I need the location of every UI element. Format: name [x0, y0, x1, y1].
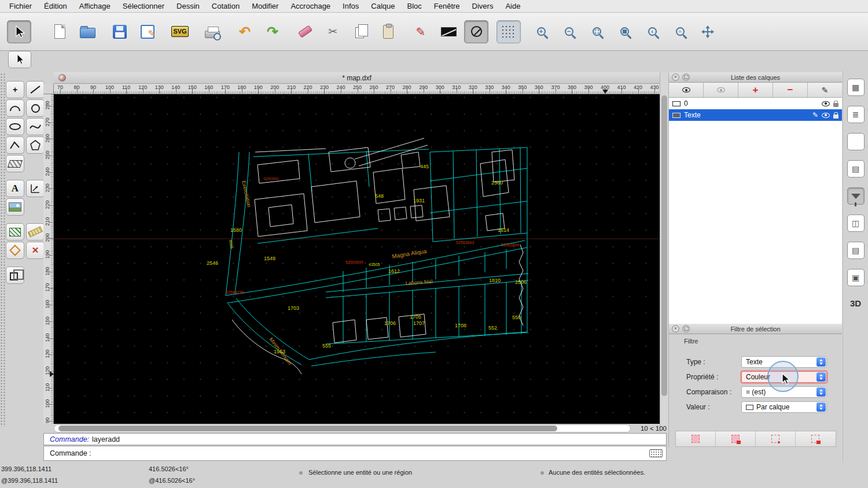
remove-from-selection-button[interactable]: [756, 431, 796, 446]
auto-zoom-button[interactable]: [584, 20, 609, 43]
menu-item[interactable]: Fenêtre: [434, 2, 460, 10]
layer-name[interactable]: Texte: [684, 111, 701, 119]
cut-button[interactable]: ✂: [321, 20, 345, 43]
add-layer-button[interactable]: +: [738, 83, 773, 97]
menu-item[interactable]: Édition: [44, 2, 67, 10]
select-all-matching-button[interactable]: [676, 431, 716, 446]
block-list-panel-button[interactable]: ▦: [847, 79, 865, 96]
layer-lock-icon[interactable]: [833, 114, 838, 119]
text-tool[interactable]: A: [6, 180, 24, 197]
menu-item[interactable]: Sélectionner: [123, 2, 164, 10]
svg-export-button[interactable]: SVG: [168, 20, 192, 43]
layer-visible-icon[interactable]: [822, 101, 830, 106]
value-select[interactable]: Par calque: [741, 401, 827, 413]
print-preview-button[interactable]: [200, 20, 225, 43]
layer-list-panel-button[interactable]: ≣: [847, 106, 865, 123]
undo-button[interactable]: ↶: [233, 20, 257, 43]
menu-item[interactable]: Divers: [472, 2, 494, 10]
layer-visible-icon[interactable]: [822, 113, 830, 118]
point-tool[interactable]: +: [6, 81, 24, 98]
polyline-tool[interactable]: [6, 136, 24, 154]
grid-toggle-button[interactable]: [496, 20, 521, 43]
ruler-label: 420: [634, 84, 642, 90]
menu-item[interactable]: Aide: [505, 2, 520, 10]
edit-document-button[interactable]: [135, 20, 160, 43]
command-line[interactable]: Commande :: [43, 446, 667, 461]
redo-button[interactable]: ↷: [260, 20, 285, 43]
ellipse-tool[interactable]: [6, 118, 24, 135]
layer-row-selected[interactable]: Texte ✎: [669, 109, 842, 121]
pen-icon[interactable]: ✎: [812, 112, 818, 119]
property-editor-panel-button[interactable]: ◫: [847, 215, 865, 232]
arc-tool[interactable]: [6, 99, 24, 117]
current-tool-button[interactable]: [8, 51, 31, 68]
command-input[interactable]: [95, 449, 649, 458]
circle-tool[interactable]: [26, 99, 45, 117]
copy-button[interactable]: [348, 20, 373, 43]
ellipse-icon: [9, 123, 21, 130]
clipboard-panel-button[interactable]: ▣: [847, 269, 865, 286]
layer-name[interactable]: 0: [684, 99, 688, 108]
zoom-out-button[interactable]: −: [557, 20, 581, 43]
menu-item[interactable]: Calque: [371, 2, 395, 10]
palette-grip[interactable]: [0, 73, 5, 427]
new-document-button[interactable]: [47, 20, 72, 43]
remove-layer-button[interactable]: −: [773, 83, 808, 97]
measure-tool[interactable]: [26, 223, 45, 241]
menu-item[interactable]: Affichage: [79, 2, 111, 10]
line-tool[interactable]: [26, 81, 45, 98]
close-icon[interactable]: ×: [672, 325, 679, 332]
command-widget-panel-button[interactable]: ▤: [847, 242, 865, 259]
image-tool[interactable]: [6, 198, 24, 216]
zoom-in-button[interactable]: +: [529, 20, 553, 43]
vertical-scrollbar[interactable]: [660, 72, 668, 432]
zoom-selection-button[interactable]: [612, 20, 637, 43]
shape-tool[interactable]: [6, 242, 24, 259]
no-fill-toggle-button[interactable]: [464, 20, 488, 43]
intersect-selection-button[interactable]: [796, 431, 835, 446]
hatch-tool[interactable]: [6, 223, 24, 241]
menu-item[interactable]: Infos: [343, 2, 359, 10]
edit-layer-button[interactable]: ✎: [808, 83, 842, 97]
layer-row[interactable]: 0: [669, 98, 842, 109]
menu-item[interactable]: Cotation: [212, 2, 240, 10]
spline-tool[interactable]: [26, 118, 45, 135]
detach-panel-icon[interactable]: ◱: [682, 73, 690, 81]
library-panel-button[interactable]: [847, 133, 865, 150]
layer-lock-icon[interactable]: [833, 103, 838, 107]
text-icon: A: [12, 183, 19, 194]
show-all-layers-button[interactable]: [669, 83, 704, 97]
horizontal-scrollbar[interactable]: [54, 424, 631, 432]
save-document-button[interactable]: [108, 20, 132, 43]
drawing-canvas[interactable]: 4452360548193116141580254615494350516121…: [54, 94, 660, 424]
menu-item[interactable]: Bloc: [407, 2, 421, 10]
close-icon[interactable]: ×: [672, 73, 679, 81]
snap-tool[interactable]: ✕: [26, 242, 45, 259]
horizontal-scrollbar-thumb[interactable]: [58, 426, 557, 431]
pan-button[interactable]: [696, 20, 720, 43]
dimension-tool[interactable]: [26, 180, 45, 197]
box-3d-tool[interactable]: [6, 267, 24, 284]
line-sample-button[interactable]: [436, 20, 461, 43]
delete-button[interactable]: [293, 20, 317, 43]
keyboard-icon[interactable]: [649, 449, 663, 457]
hide-all-layers-button[interactable]: [704, 83, 738, 97]
previous-view-button[interactable]: ‹: [640, 20, 664, 43]
zoom-window-button[interactable]: ▫: [668, 20, 692, 43]
property-pen-button[interactable]: ✎: [409, 20, 433, 43]
menu-item[interactable]: Fichier: [9, 2, 32, 10]
list-panel-button[interactable]: ▤: [847, 160, 865, 178]
menu-item[interactable]: Dessin: [176, 2, 200, 10]
selection-rectangle-tool[interactable]: [6, 155, 24, 172]
detach-panel-icon[interactable]: ◱: [682, 325, 690, 332]
add-to-selection-button[interactable]: [716, 431, 756, 446]
paste-button[interactable]: [376, 20, 400, 43]
layer-color-swatch: [672, 113, 681, 118]
open-document-button[interactable]: [75, 20, 100, 43]
menu-item[interactable]: Accrochage: [290, 2, 330, 10]
polygon-tool[interactable]: [26, 136, 45, 154]
selection-filter-panel-button[interactable]: [847, 187, 865, 205]
selection-pointer-button[interactable]: [7, 20, 31, 43]
vertical-scrollbar-thumb[interactable]: [661, 95, 667, 396]
menu-item[interactable]: Modifier: [252, 2, 278, 10]
